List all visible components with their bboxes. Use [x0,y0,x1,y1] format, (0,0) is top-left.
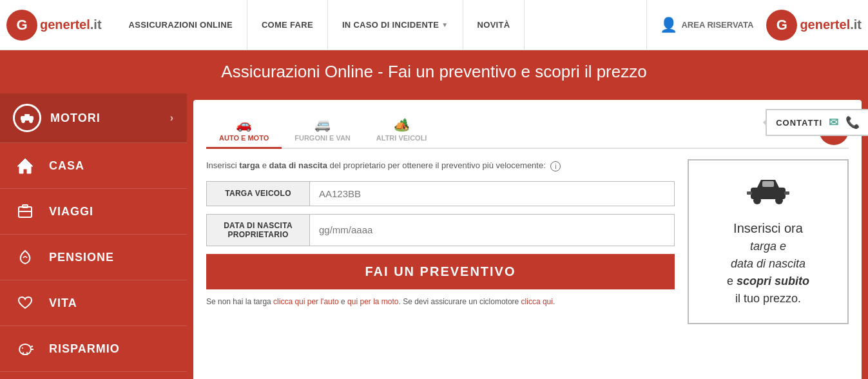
contatti-bubble[interactable]: CONTATTI ✉ 📞 [766,109,868,136]
link-auto[interactable]: clicca qui per l'auto [273,297,339,306]
top-navigation: G genertel.it ASSICURAZIONI ONLINE COME … [0,0,868,50]
svg-marker-4 [17,159,33,173]
sidebar-item-vita[interactable]: VITA [0,280,187,326]
nav-right: 👤 AREA RISERVATA G genertel.it [646,0,862,50]
logo-right-icon: G [766,10,797,41]
targa-row: TARGA VEICOLO [206,181,675,206]
logo-left[interactable]: G genertel.it [6,10,102,41]
svg-point-9 [22,347,23,349]
sidebar-arrow-motori: › [170,112,174,124]
user-icon: 👤 [660,17,677,34]
form-area: Inserisci targa e data di nascita del pr… [206,159,849,324]
svg-rect-19 [762,181,774,187]
nav-links: ASSICURAZIONI ONLINE COME FARE IN CASO D… [115,0,647,50]
logo-icon: G [6,10,37,41]
link-ciclo[interactable]: clicca qui [521,297,553,306]
form-footer: Se non hai la targa clicca qui per l'aut… [206,296,675,308]
sidebar-item-risparmio[interactable]: RISPARMIO [0,326,187,372]
email-icon[interactable]: ✉ [829,115,839,130]
viaggi-icon [13,199,37,224]
logo-right[interactable]: G genertel.it [766,10,862,41]
nascita-input[interactable] [310,215,674,246]
tab-altri[interactable]: 🏕️ ALTRI VEICOLI [363,113,440,149]
tab-furgoni[interactable]: 🚐 FURGONI E VAN [282,113,363,149]
promo-car-icon [746,176,791,212]
contatti-label: CONTATTI [776,118,822,128]
sidebar-item-motori[interactable]: MOTORI › [0,93,187,143]
phone-icon[interactable]: 📞 [845,115,860,130]
nascita-row: DATA DI NASCITAPROPRIETARIO [206,214,675,246]
svg-point-15 [753,197,761,204]
tab-auto-moto[interactable]: 🚗 AUTO E MOTO [206,113,282,149]
svg-point-8 [19,344,31,355]
nav-item-incidente[interactable]: IN CASO DI INCIDENTE ▼ [328,0,463,50]
area-riservata-button[interactable]: 👤 AREA RISERVATA [660,17,753,34]
motori-icon [13,104,41,132]
targa-input[interactable] [310,182,674,206]
link-moto[interactable]: qui per la moto [347,297,398,306]
sidebar-item-casa[interactable]: CASA [0,143,187,189]
info-icon[interactable]: i [550,161,561,171]
targa-label: TARGA VEICOLO [207,182,310,206]
sidebar-item-investimento[interactable]: INVESTIMENTO [0,372,187,379]
svg-point-1 [22,120,25,123]
tab-furgoni-icon: 🚐 [314,117,331,132]
promo-box: Inserisci ora targa e data di nascita e … [688,159,849,324]
chevron-down-icon: ▼ [441,21,448,28]
form-left: Inserisci targa e data di nascita del pr… [206,159,675,324]
tabs-row: 🚗 AUTO E MOTO 🚐 FURGONI E VAN 🏕️ ALTRI V… [206,113,849,149]
svg-rect-17 [747,191,752,195]
vita-icon [13,291,37,315]
casa-icon [13,153,37,178]
sidebar: MOTORI › CASA VIAGGI [0,93,187,379]
tab-altri-icon: 🏕️ [394,117,410,132]
page-banner: Assicurazioni Online - Fai un preventivo… [0,50,868,93]
main-content: MOTORI › CASA VIAGGI [0,93,868,379]
preventivo-button[interactable]: FAI UN PREVENTIVO [206,254,675,289]
svg-point-16 [775,197,783,204]
nascita-label: DATA DI NASCITAPROPRIETARIO [207,215,310,246]
svg-point-2 [30,120,33,123]
logo-text: genertel.it [40,17,102,32]
svg-rect-18 [784,191,789,195]
svg-rect-3 [24,114,30,117]
logo-right-text: genertel.it [800,17,862,32]
nav-item-novita[interactable]: NOVITÀ [463,0,525,50]
sidebar-item-viaggi[interactable]: VIAGGI [0,189,187,235]
risparmio-icon [13,336,37,361]
tab-auto-moto-icon: 🚗 [236,117,252,132]
form-hint: Inserisci targa e data di nascita del pr… [206,159,675,172]
form-panel: CONTATTI ✉ 📞 🚗 AUTO E MOTO 🚐 FURGONI E V… [193,100,862,379]
nav-item-come-fare[interactable]: COME FARE [247,0,328,50]
sidebar-item-pensione[interactable]: PENSIONE [0,235,187,280]
pensione-icon [13,245,37,269]
promo-text: Inserisci ora targa e data di nascita e … [727,219,809,307]
nav-item-assicurazioni[interactable]: ASSICURAZIONI ONLINE [115,0,247,50]
